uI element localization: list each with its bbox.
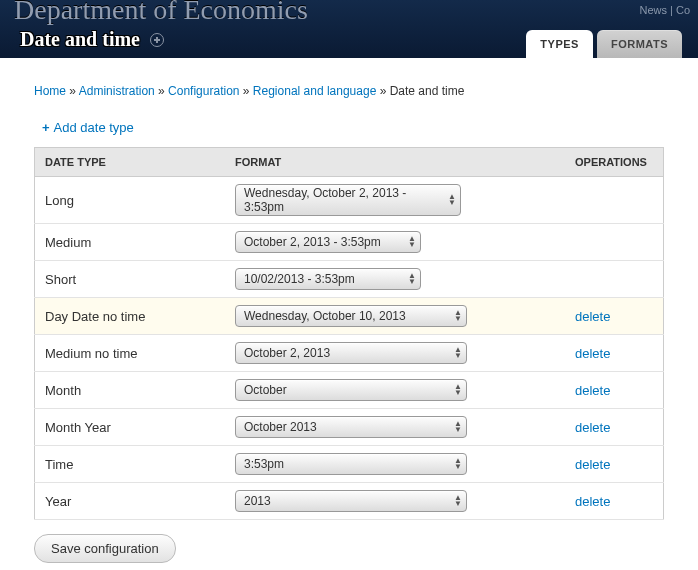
cell-date-type: Long [35,177,226,224]
delete-link[interactable]: delete [575,383,610,398]
crumb-current: Date and time [390,84,465,98]
table-row: MonthOctober▲▼delete [35,372,664,409]
table-row: LongWednesday, October 2, 2013 - 3:53pm▲… [35,177,664,224]
format-select-value: 3:53pm [244,457,284,471]
updown-icon: ▲▼ [454,384,462,396]
format-select-value: October 2013 [244,420,317,434]
format-select-value: 2013 [244,494,271,508]
format-select[interactable]: Wednesday, October 10, 2013▲▼ [235,305,467,327]
format-select-value: October 2, 2013 - 3:53pm [244,235,381,249]
updown-icon: ▲▼ [454,495,462,507]
date-types-table: DATE TYPE FORMAT OPERATIONS LongWednesda… [34,147,664,520]
page-title-wrap: Date and time [20,28,164,51]
cell-operations: delete [565,335,664,372]
topnav-news[interactable]: News [639,4,667,16]
format-select[interactable]: October 2, 2013▲▼ [235,342,467,364]
updown-icon: ▲▼ [454,347,462,359]
plus-circle-icon[interactable] [150,33,164,47]
cell-date-type: Time [35,446,226,483]
cell-date-type: Month [35,372,226,409]
cell-date-type: Day Date no time [35,298,226,335]
crumb-admin[interactable]: Administration [79,84,155,98]
crumb-regional[interactable]: Regional and language [253,84,376,98]
updown-icon: ▲▼ [454,310,462,322]
delete-link[interactable]: delete [575,494,610,509]
cell-date-type: Medium [35,224,226,261]
delete-link[interactable]: delete [575,309,610,324]
site-department: Department of Economics [14,0,308,26]
updown-icon: ▲▼ [454,458,462,470]
crumb-home[interactable]: Home [34,84,66,98]
tab-types[interactable]: TYPES [526,30,593,58]
format-select-value: Wednesday, October 10, 2013 [244,309,406,323]
format-select-value: October [244,383,287,397]
table-row: Month YearOctober 2013▲▼delete [35,409,664,446]
cell-format: October 2013▲▼ [225,409,565,446]
cell-date-type: Month Year [35,409,226,446]
updown-icon: ▲▼ [448,194,456,206]
top-nav: News | Co [639,4,690,16]
updown-icon: ▲▼ [408,273,416,285]
table-row: Short10/02/2013 - 3:53pm▲▼ [35,261,664,298]
table-row: Year2013▲▼delete [35,483,664,520]
format-select[interactable]: Wednesday, October 2, 2013 - 3:53pm▲▼ [235,184,461,216]
format-select[interactable]: 10/02/2013 - 3:53pm▲▼ [235,268,421,290]
cell-format: 10/02/2013 - 3:53pm▲▼ [225,261,565,298]
cell-operations: delete [565,446,664,483]
table-row: Medium no timeOctober 2, 2013▲▼delete [35,335,664,372]
topnav-co[interactable]: Co [676,4,690,16]
th-operations: OPERATIONS [565,148,664,177]
updown-icon: ▲▼ [408,236,416,248]
delete-link[interactable]: delete [575,420,610,435]
cell-operations: delete [565,409,664,446]
format-select[interactable]: 3:53pm▲▼ [235,453,467,475]
save-configuration-button[interactable]: Save configuration [34,534,176,563]
delete-link[interactable]: delete [575,346,610,361]
cell-date-type: Medium no time [35,335,226,372]
cell-date-type: Year [35,483,226,520]
delete-link[interactable]: delete [575,457,610,472]
cell-operations: delete [565,298,664,335]
format-select[interactable]: October 2013▲▼ [235,416,467,438]
updown-icon: ▲▼ [454,421,462,433]
format-select[interactable]: October▲▼ [235,379,467,401]
format-select-value: 10/02/2013 - 3:53pm [244,272,355,286]
add-date-type-link[interactable]: Add date type [54,120,134,135]
cell-operations [565,261,664,298]
add-date-type[interactable]: +Add date type [42,120,664,135]
crumb-sep: » [158,84,168,98]
crumb-config[interactable]: Configuration [168,84,239,98]
cell-format: 2013▲▼ [225,483,565,520]
cell-format: Wednesday, October 2, 2013 - 3:53pm▲▼ [225,177,565,224]
cell-format: October 2, 2013 - 3:53pm▲▼ [225,224,565,261]
cell-operations [565,177,664,224]
th-format: FORMAT [225,148,565,177]
tab-formats[interactable]: FORMATS [597,30,682,58]
cell-format: October 2, 2013▲▼ [225,335,565,372]
tabs: TYPES FORMATS [526,30,682,58]
page-title: Date and time [20,28,140,51]
content: Home » Administration » Configuration » … [0,58,698,570]
cell-date-type: Short [35,261,226,298]
cell-operations: delete [565,483,664,520]
th-date-type: DATE TYPE [35,148,226,177]
cell-operations [565,224,664,261]
cell-format: 3:53pm▲▼ [225,446,565,483]
table-row: Day Date no timeWednesday, October 10, 2… [35,298,664,335]
table-header-row: DATE TYPE FORMAT OPERATIONS [35,148,664,177]
topbar: Department of Economics News | Co Date a… [0,0,698,58]
plus-icon: + [42,120,50,135]
breadcrumb: Home » Administration » Configuration » … [34,84,664,98]
crumb-sep: » [243,84,253,98]
format-select[interactable]: October 2, 2013 - 3:53pm▲▼ [235,231,421,253]
cell-format: October▲▼ [225,372,565,409]
format-select[interactable]: 2013▲▼ [235,490,467,512]
table-row: MediumOctober 2, 2013 - 3:53pm▲▼ [35,224,664,261]
crumb-sep: » [69,84,78,98]
cell-operations: delete [565,372,664,409]
crumb-sep: » [380,84,390,98]
table-row: Time3:53pm▲▼delete [35,446,664,483]
format-select-value: October 2, 2013 [244,346,330,360]
cell-format: Wednesday, October 10, 2013▲▼ [225,298,565,335]
format-select-value: Wednesday, October 2, 2013 - 3:53pm [244,186,442,214]
